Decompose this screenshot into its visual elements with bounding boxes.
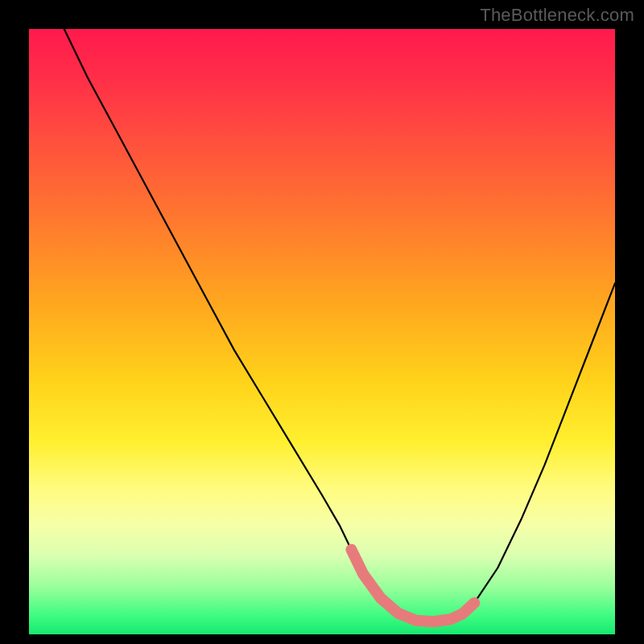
chart-frame: TheBottleneck.com: [0, 0, 644, 644]
highlight-segment: [351, 550, 474, 622]
bottleneck-curve: [64, 29, 615, 621]
plot-area: [29, 29, 615, 634]
watermark-text: TheBottleneck.com: [480, 5, 634, 26]
chart-svg: [29, 29, 615, 634]
